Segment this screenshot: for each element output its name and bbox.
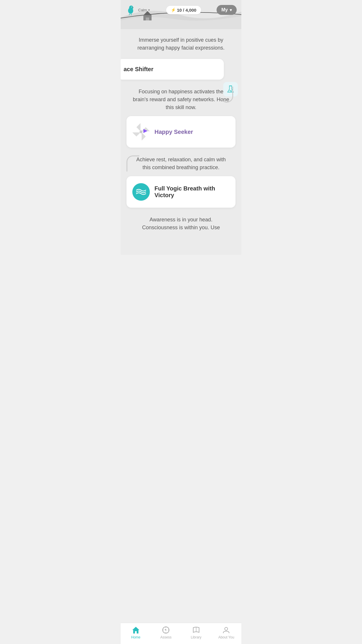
breathing-section: Achieve rest, relaxation, and calm with … (121, 150, 241, 174)
logo-area: Calm ▼ (125, 4, 150, 16)
wind-circle-icon (132, 183, 150, 201)
face-shifter-card[interactable]: ace Shifter (121, 59, 224, 80)
svg-marker-13 (136, 123, 140, 131)
happy-seeker-card[interactable]: Happy Seeker (126, 116, 236, 148)
bottom-text: Awareness is in your head. Consciousness… (121, 210, 241, 232)
face-shifter-title: ace Shifter (124, 66, 153, 73)
happiness-description: Focusing on happiness activates the brai… (132, 88, 230, 111)
main-content: Immerse yourself in positive cues by rea… (121, 29, 241, 255)
svg-point-6 (131, 7, 132, 7)
svg-point-18 (140, 130, 143, 133)
chevron-down-icon: ▼ (147, 8, 150, 12)
svg-rect-2 (146, 18, 149, 20)
happy-seeker-icon-area (132, 123, 150, 141)
bolt-icon: ⚡ (171, 8, 176, 12)
my-heart-button[interactable]: My ♥ (217, 5, 237, 15)
windmill-icon (132, 123, 150, 141)
points-badge: ⚡ 10 / 4,000 (166, 6, 201, 14)
yogic-breath-card[interactable]: Full Yogic Breath with Victory (126, 176, 236, 208)
decorative-curve-right (220, 87, 233, 103)
heart-filled-icon: ♥ (230, 8, 232, 12)
svg-marker-17 (132, 132, 140, 136)
decorative-curve-left (126, 155, 139, 172)
yogic-breath-icon-area (132, 183, 150, 201)
app-name: Calm ▼ (138, 8, 150, 12)
svg-line-8 (129, 14, 130, 15)
logo-bird-icon (125, 4, 137, 16)
svg-marker-16 (142, 132, 146, 141)
yogic-breath-title: Full Yogic Breath with Victory (154, 185, 230, 199)
top-description: Immerse yourself in positive cues by rea… (121, 29, 241, 57)
header: Calm ▼ ⚡ 10 / 4,000 My ♥ (121, 0, 241, 29)
my-button-label: My (221, 7, 228, 13)
happiness-section: Focusing on happiness activates the brai… (121, 82, 241, 114)
wind-icon (136, 188, 146, 196)
svg-point-4 (129, 6, 133, 10)
breathing-description: Achieve rest, relaxation, and calm with … (132, 156, 230, 172)
header-top: Calm ▼ ⚡ 10 / 4,000 My ♥ (121, 0, 241, 16)
points-value: 10 / 4,000 (177, 8, 196, 13)
happy-seeker-title: Happy Seeker (154, 129, 230, 135)
